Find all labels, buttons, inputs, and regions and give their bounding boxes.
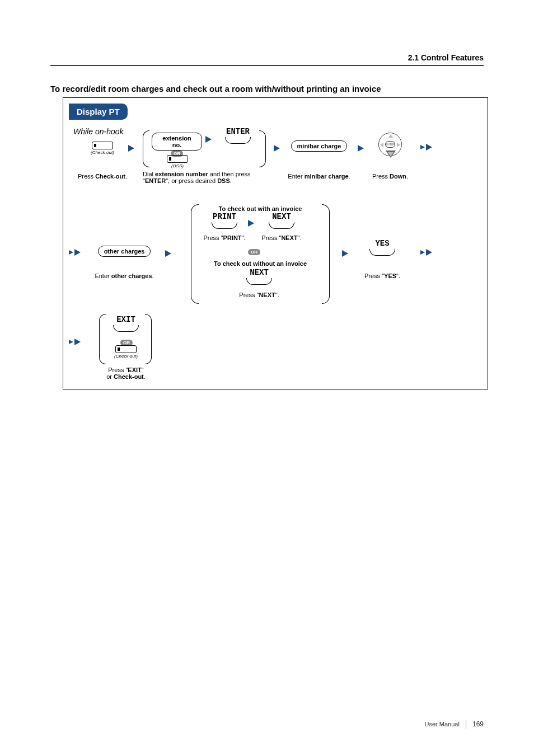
page: 2.1 Control Features To record/edit room…	[0, 0, 534, 756]
bracket-ext-right	[259, 130, 266, 167]
page-number: 169	[472, 720, 484, 728]
enter-softkey: ENTER	[216, 127, 260, 144]
print-caption: Press "PRINT".	[199, 232, 250, 242]
other-charges-pill: other charges	[93, 246, 155, 257]
device-tab: Display PT	[69, 104, 128, 120]
bracket-choice-left	[191, 204, 199, 304]
next-softkey-2: NEXT	[237, 268, 282, 285]
row-2: other charges Enter other charges. To ch…	[69, 204, 482, 311]
exit-softkey: EXIT	[104, 315, 148, 332]
checkout-hard-key	[92, 142, 113, 149]
page-footer: User Manual 169	[424, 720, 484, 729]
next-softkey-1: NEXT	[259, 212, 304, 229]
arrow-5	[165, 249, 171, 259]
bracket-ext-left	[143, 130, 149, 167]
while-on-hook-label: While on-hook	[73, 127, 124, 136]
section-header: 2.1 Control Features	[408, 53, 484, 62]
next-caption-1: Press "NEXT".	[256, 232, 307, 242]
arrow-print-next	[248, 219, 254, 229]
step-checkout: (Check-out)	[86, 142, 119, 155]
step-checkout-caption: Press Check-out.	[69, 171, 136, 181]
footer-divider	[466, 720, 466, 729]
print-softkey: PRINT	[202, 212, 247, 229]
exit-caption: Press "EXIT" or Check-out.	[100, 367, 152, 380]
checkout-hard-key-2-wrap: (Check-out)	[114, 345, 138, 359]
row-1: While on-hook (Check-out) Press Check-ou…	[69, 127, 482, 189]
other-charges-caption: Enter other charges.	[89, 270, 160, 280]
row-3: EXIT OR (Check-out) Press "EXIT" or Chec…	[69, 322, 482, 389]
header-rule	[50, 65, 484, 66]
next-caption-2: Press "NEXT".	[233, 289, 285, 299]
minibar-caption: Enter minibar charge.	[282, 171, 357, 181]
checkout-sublabel-2: (Check-out)	[114, 354, 138, 359]
nav-disc-icon: ENTER	[378, 133, 402, 156]
yes-softkey: YES	[360, 239, 405, 256]
minibar-pill: minibar charge	[288, 140, 350, 152]
arrow-1	[128, 144, 134, 154]
page-title: To record/edit room charges and check ou…	[50, 84, 381, 93]
footer-label: User Manual	[424, 721, 459, 727]
step-ext-caption: Dial extension number and then press "EN…	[143, 171, 267, 184]
dss-hard-key	[167, 155, 188, 163]
dss-hard-key-wrap: (DSS)	[165, 155, 190, 168]
arrow-3	[274, 144, 280, 154]
nav-down-step: ENTER	[373, 133, 407, 156]
without-invoice-label: To check out without an invoice	[201, 258, 320, 268]
arrow-cont-1	[420, 144, 432, 151]
nav-down-caption: Press Down.	[367, 171, 414, 181]
checkout-hard-key-2	[115, 345, 137, 353]
arrow-cont-4	[69, 339, 81, 345]
checkout-key-sublabel: (Check-out)	[86, 150, 119, 155]
arrow-6	[342, 249, 348, 259]
procedure-diagram: Display PT While on-hook (Check-out) Pre…	[63, 97, 488, 389]
arrow-cont-2	[69, 249, 81, 256]
bracket-choice-right	[322, 204, 330, 304]
or-badge-choice: OR	[248, 246, 260, 256]
yes-caption: Press "YES".	[357, 270, 408, 280]
arrow-2a	[205, 135, 212, 145]
dss-sublabel: (DSS)	[165, 163, 190, 168]
arrow-cont-3	[420, 249, 432, 256]
arrow-4	[358, 144, 364, 154]
